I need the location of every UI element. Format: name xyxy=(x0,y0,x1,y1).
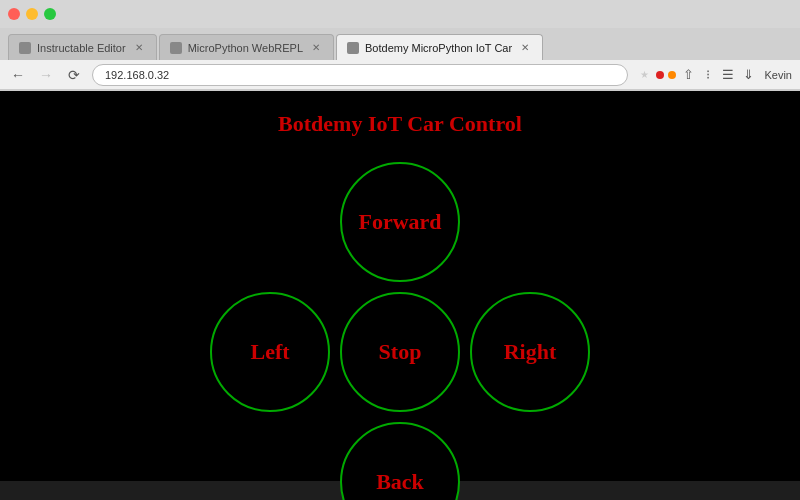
tabs-bar: Instructable Editor ✕ MicroPython WebREP… xyxy=(0,28,800,60)
page-title: Botdemy IoT Car Control xyxy=(278,111,522,137)
back-button[interactable]: Back xyxy=(340,422,460,500)
download-icon: ⇓ xyxy=(740,67,756,83)
title-bar xyxy=(0,0,800,28)
orange-dot-icon xyxy=(668,71,676,79)
empty-top-right xyxy=(470,162,590,282)
tab-label: Instructable Editor xyxy=(37,42,126,54)
tab-close-button[interactable]: ✕ xyxy=(132,41,146,55)
forward-button[interactable]: Forward xyxy=(340,162,460,282)
tab-micropython-webrepl[interactable]: MicroPython WebREPL ✕ xyxy=(159,34,334,60)
grid-icon: ⁝ xyxy=(700,67,716,83)
tab-close-button[interactable]: ✕ xyxy=(518,41,532,55)
stop-button[interactable]: Stop xyxy=(340,292,460,412)
back-button[interactable]: ← xyxy=(8,65,28,85)
tab-icon xyxy=(170,42,182,54)
close-window-button[interactable] xyxy=(8,8,20,20)
refresh-button[interactable]: ⟳ xyxy=(64,65,84,85)
toolbar-icons: ★ ⇧ ⁝ ☰ ⇓ xyxy=(636,67,756,83)
right-button[interactable]: Right xyxy=(470,292,590,412)
tab-icon xyxy=(347,42,359,54)
empty-bottom-left xyxy=(210,422,330,500)
page-content: Botdemy IoT Car Control Forward Left Sto… xyxy=(0,91,800,481)
empty-bottom-right xyxy=(470,422,590,500)
empty-top-left xyxy=(210,162,330,282)
address-bar: ← → ⟳ ★ ⇧ ⁝ ☰ ⇓ Kevin xyxy=(0,60,800,90)
user-label: Kevin xyxy=(764,69,792,81)
tab-close-button[interactable]: ✕ xyxy=(309,41,323,55)
browser-chrome: Instructable Editor ✕ MicroPython WebREP… xyxy=(0,0,800,91)
forward-button[interactable]: → xyxy=(36,65,56,85)
tab-label: MicroPython WebREPL xyxy=(188,42,303,54)
tab-instructable-editor[interactable]: Instructable Editor ✕ xyxy=(8,34,157,60)
controls-grid: Forward Left Stop Right Back xyxy=(205,157,595,500)
share-icon: ⇧ xyxy=(680,67,696,83)
address-input[interactable] xyxy=(92,64,628,86)
minimize-window-button[interactable] xyxy=(26,8,38,20)
red-dot-icon xyxy=(656,71,664,79)
left-button[interactable]: Left xyxy=(210,292,330,412)
maximize-window-button[interactable] xyxy=(44,8,56,20)
bookmark-icon: ★ xyxy=(636,67,652,83)
tab-botdemy-iot-car[interactable]: Botdemy MicroPython IoT Car ✕ xyxy=(336,34,543,60)
tab-label: Botdemy MicroPython IoT Car xyxy=(365,42,512,54)
settings-icon: ☰ xyxy=(720,67,736,83)
tab-icon xyxy=(19,42,31,54)
